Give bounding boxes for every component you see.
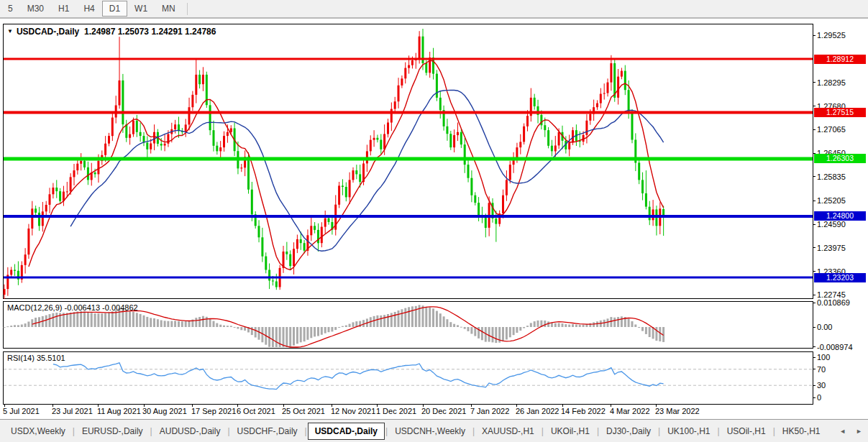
tab-usoil-h1[interactable]: USOil-,H1 <box>721 423 772 439</box>
symbol-tab-bar: USDX,Weekly|EURUSD-,Daily|AUDUSD-,Daily|… <box>0 419 868 442</box>
price-axis-tick: 1.25205 <box>817 196 846 205</box>
date-axis-label: 14 Feb 2022 <box>561 407 606 415</box>
date-axis-label: 17 Sep 2021 <box>191 407 236 415</box>
macd-label: MACD(12,26,9) -0.006413 -0.004862 <box>7 303 138 312</box>
axis-tick-mark <box>813 106 816 106</box>
tab-xauusd-h1[interactable]: XAUUSD-,H1 <box>475 423 541 439</box>
axis-tick-mark <box>813 35 816 36</box>
price-axis-tick: 1.28295 <box>817 78 846 87</box>
date-axis-label: 12 Nov 2021 <box>331 407 375 415</box>
tab-eurusd-daily[interactable]: EURUSD-,Daily <box>76 423 150 439</box>
price-axis-tick: 1.25835 <box>817 172 846 181</box>
date-axis-label: 4 Mar 2022 <box>610 407 650 415</box>
scroll-left-icon[interactable]: ◄ <box>839 428 846 435</box>
date-axis-label: 7 Jan 2022 <box>470 407 509 415</box>
tab-hk50-h1[interactable]: HK50-,H1 <box>776 423 827 439</box>
tab-dj30-daily[interactable]: DJ30-,Daily <box>600 423 657 439</box>
date-axis-label: 5 Jul 2021 <box>3 407 40 415</box>
axis-tick-mark <box>813 327 816 328</box>
scroll-right-icon[interactable]: ► <box>856 428 862 435</box>
date-axis-label: 25 Oct 2021 <box>282 407 325 415</box>
rsi-axis-tick: 70 <box>817 365 826 374</box>
axis-tick-mark <box>813 176 816 177</box>
price-level-tag: 1.24800 <box>814 211 866 221</box>
date-axis-label: 20 Dec 2021 <box>421 407 466 415</box>
axis-tick-mark <box>813 271 816 272</box>
axis-tick-mark <box>813 201 816 201</box>
price-axis-tick: 1.27065 <box>817 125 846 134</box>
chart-title: ▼USDCAD-,Daily 1.24987 1.25073 1.24291 1… <box>7 27 216 37</box>
rsi-label: RSI(14) 35.5101 <box>7 354 65 362</box>
rsi-axis-tick: 0 <box>817 393 821 402</box>
chart-ohlc-values: 1.24987 1.25073 1.24291 1.24786 <box>84 27 216 37</box>
price-axis-tick: 1.29525 <box>817 31 846 40</box>
axis-tick-mark <box>813 224 816 225</box>
macd-axis-tick: 0.010869 <box>817 298 850 307</box>
tab-usdx-weekly[interactable]: USDX,Weekly <box>4 423 72 439</box>
chart-canvas[interactable] <box>0 0 868 442</box>
macd-axis-tick: -0.008974 <box>817 343 853 351</box>
chevron-down-icon: ▼ <box>7 28 13 34</box>
date-axis-label: 23 Jul 2021 <box>52 407 93 415</box>
date-axis-label: 6 Oct 2021 <box>237 407 275 415</box>
axis-tick-mark <box>813 303 816 303</box>
macd-axis-tick: 0.00 <box>817 323 832 331</box>
price-axis-tick: 1.24590 <box>817 220 846 229</box>
date-axis-label: 30 Aug 2021 <box>142 407 187 415</box>
symbol-tab-list: USDX,Weekly|EURUSD-,Daily|AUDUSD-,Daily|… <box>4 423 827 440</box>
tab-usdcnh-weekly[interactable]: USDCNH-,Weekly <box>388 423 472 439</box>
tab-uk100-h1[interactable]: UK100-,H1 <box>661 423 716 439</box>
tab-scroll-arrows: ◄ ► <box>839 428 862 435</box>
price-level-tag: 1.23203 <box>814 273 866 282</box>
axis-tick-mark <box>813 82 816 83</box>
tab-ukoil-h1[interactable]: UKOil-,H1 <box>544 423 596 439</box>
axis-tick-mark <box>813 357 816 358</box>
axis-tick-mark <box>813 295 816 295</box>
axis-tick-mark <box>813 397 816 398</box>
date-axis-label: 23 Mar 2022 <box>655 407 700 415</box>
rsi-axis-tick: 100 <box>817 353 830 362</box>
date-axis-label: 26 Jan 2022 <box>516 407 559 415</box>
axis-tick-mark <box>813 369 816 369</box>
chart-symbol-label: USDCAD-,Daily <box>17 27 79 37</box>
tab-usdcad-daily[interactable]: USDCAD-,Daily <box>308 423 385 440</box>
axis-tick-mark <box>813 346 816 347</box>
price-level-tag: 1.28912 <box>814 55 866 64</box>
axis-tick-mark <box>813 129 816 130</box>
price-axis-tick: 1.23975 <box>817 244 846 252</box>
tab-audusd-daily[interactable]: AUDUSD-,Daily <box>153 423 227 439</box>
tab-usdchf-daily[interactable]: USDCHF-,Daily <box>231 423 304 439</box>
date-axis-label: 1 Dec 2021 <box>376 407 416 415</box>
date-axis-label: 11 Aug 2021 <box>97 407 141 415</box>
axis-tick-mark <box>813 385 816 386</box>
rsi-axis-tick: 30 <box>817 381 826 390</box>
axis-tick-mark <box>813 247 816 248</box>
price-level-tag: 1.27515 <box>814 108 866 117</box>
price-level-tag: 1.26303 <box>814 154 866 163</box>
